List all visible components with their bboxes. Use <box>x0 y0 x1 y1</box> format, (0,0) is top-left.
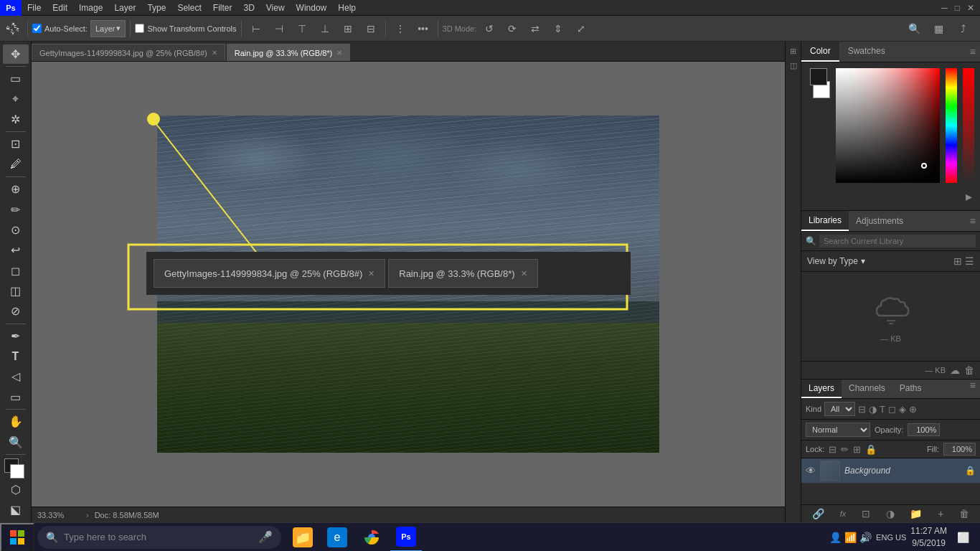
color-cursor[interactable] <box>921 163 927 169</box>
fill-input[interactable] <box>943 443 976 456</box>
3d-slide-btn[interactable]: ⇕ <box>548 19 568 39</box>
color-menu-btn[interactable]: ≡ <box>970 46 976 57</box>
3d-drag-btn[interactable]: ⇄ <box>525 19 545 39</box>
3d-rotate-btn[interactable]: ↺ <box>479 19 499 39</box>
layer-mask-btn[interactable]: ⊡ <box>862 508 870 519</box>
hand-tool[interactable]: ✋ <box>3 412 29 431</box>
view-by-type-btn[interactable]: View by Type ▾ <box>807 256 865 266</box>
more-options-btn[interactable]: ••• <box>413 19 433 39</box>
lock-all-btn[interactable]: 🔒 <box>865 444 877 455</box>
tab-layers[interactable]: Layers <box>801 380 842 398</box>
lib-menu-btn[interactable]: ≡ <box>970 215 976 227</box>
menu-3d[interactable]: 3D <box>237 0 260 16</box>
lock-pixels-btn[interactable]: ⊟ <box>829 444 837 455</box>
kind-smartobj-btn[interactable]: ◈ <box>899 404 906 415</box>
notification-btn[interactable]: ⬜ <box>951 526 974 549</box>
maximize-btn[interactable]: □ <box>952 3 963 13</box>
menu-layer[interactable]: Layer <box>108 0 141 16</box>
color-expand-btn[interactable]: ▸ <box>966 189 972 204</box>
tab-swatches[interactable]: Swatches <box>839 42 894 62</box>
align-center-h-btn[interactable]: ⊣ <box>269 19 289 39</box>
menu-help[interactable]: Help <box>332 0 362 16</box>
layer-visibility-eye[interactable]: 👁 <box>806 465 816 476</box>
layer-add-btn[interactable]: + <box>938 508 943 519</box>
kind-text-btn[interactable]: T <box>880 404 885 415</box>
tab-adjustments[interactable]: Adjustments <box>849 212 910 230</box>
layer-dropdown[interactable]: Layer ▾ <box>90 20 126 37</box>
taskbar-app-chrome[interactable] <box>356 523 387 552</box>
magic-wand-tool[interactable]: ✲ <box>3 110 29 129</box>
tab-channels[interactable]: Channels <box>842 380 892 398</box>
move-tool[interactable]: ✥ <box>3 44 29 64</box>
lib-list-view-btn[interactable]: ☰ <box>965 255 974 267</box>
taskbar-search[interactable]: 🔍 🎤 <box>37 526 281 549</box>
zoomed-tab-rain[interactable]: Rain.jpg @ 33.3% (RGB/8*) ✕ <box>388 259 537 288</box>
lock-position-btn[interactable]: ✏ <box>841 444 849 455</box>
status-arrow[interactable]: › <box>86 511 89 519</box>
kind-select[interactable]: All <box>824 402 855 416</box>
distribute-btn[interactable]: ⋮ <box>390 19 410 39</box>
search-btn[interactable]: 🔍 <box>904 19 924 39</box>
menu-image[interactable]: Image <box>73 0 108 16</box>
tab-color[interactable]: Color <box>801 42 839 62</box>
doc-tab-getty[interactable]: GettyImages-1149999834.jpg @ 25% (RGB/8#… <box>32 44 225 61</box>
align-center-v-btn[interactable]: ⊞ <box>338 19 358 39</box>
adjust-btn[interactable]: ◫ <box>787 59 800 72</box>
layer-adjustment-btn[interactable]: ◑ <box>886 508 895 519</box>
kind-adjust-btn[interactable]: ◑ <box>869 404 877 415</box>
search-input[interactable] <box>64 532 253 542</box>
taskbar-app-photoshop[interactable]: Ps <box>390 523 422 552</box>
close-btn[interactable]: ✕ <box>964 3 977 13</box>
screen-mode-btn[interactable]: ⬕ <box>3 500 29 519</box>
move-tool-btn[interactable] <box>3 19 23 39</box>
path-select-tool[interactable]: ◁ <box>3 367 29 386</box>
3d-roll-btn[interactable]: ⟳ <box>502 19 522 39</box>
align-left-btn[interactable]: ⊢ <box>246 19 266 39</box>
layers-menu-btn[interactable]: ≡ <box>970 380 976 391</box>
tab-paths[interactable]: Paths <box>892 380 929 398</box>
kind-shape-btn[interactable]: ◻ <box>888 404 896 415</box>
lib-grid-view-btn[interactable]: ⊞ <box>953 255 962 267</box>
layer-folder-btn[interactable]: 📁 <box>910 508 922 519</box>
taskbar-app-fileexplorer[interactable]: 📁 <box>287 523 319 552</box>
lasso-tool[interactable]: ⌖ <box>3 90 29 109</box>
kind-extra-btn[interactable]: ⊕ <box>909 404 917 415</box>
tab-libraries[interactable]: Libraries <box>801 211 849 231</box>
doc-tab-getty-close[interactable]: ✕ <box>212 49 217 57</box>
dodge-tool[interactable]: ⊘ <box>3 301 29 321</box>
menu-window[interactable]: Window <box>291 0 333 16</box>
people-icon[interactable]: 👤 <box>829 532 842 543</box>
history-brush-tool[interactable]: ↩ <box>3 240 29 260</box>
text-tool[interactable]: T <box>3 347 29 366</box>
canvas-viewport[interactable]: GettyImages-1149999834.jpg @ 25% (RGB/8#… <box>32 62 785 507</box>
layer-fx-btn[interactable]: fx <box>840 509 847 518</box>
3d-scale-btn[interactable]: ⤢ <box>571 19 591 39</box>
heal-tool[interactable]: ⊕ <box>3 179 29 199</box>
doc-tab-rain[interactable]: Rain.jpg @ 33.3% (RGB/8*) ✕ <box>227 44 351 61</box>
minimize-btn[interactable]: ─ <box>938 3 951 13</box>
clone-tool[interactable]: ⊙ <box>3 220 29 240</box>
layer-row-background[interactable]: 👁 Background 🔒 <box>801 458 980 484</box>
quick-mask-btn[interactable]: ⬡ <box>3 479 29 499</box>
taskbar-app-edge[interactable]: e <box>321 523 353 552</box>
doc-tab-rain-close[interactable]: ✕ <box>336 49 342 57</box>
menu-edit[interactable]: Edit <box>47 0 73 16</box>
start-button[interactable] <box>0 523 34 552</box>
layer-link-btn[interactable]: 🔗 <box>812 508 824 519</box>
volume-icon[interactable]: 🔊 <box>859 532 872 543</box>
show-transform-label[interactable]: Show Transform Controls <box>135 24 236 33</box>
blend-mode-select[interactable]: Normal <box>806 423 870 437</box>
color-gradient-area[interactable] <box>836 68 940 183</box>
marquee-tool[interactable]: ▭ <box>3 69 29 88</box>
lib-search-input[interactable] <box>819 235 976 248</box>
eyedropper-tool[interactable]: 🖉 <box>3 155 29 174</box>
show-transform-checkbox[interactable] <box>135 24 144 33</box>
zoomed-tab-rain-close[interactable]: ✕ <box>521 269 527 278</box>
menu-file[interactable]: File <box>22 0 47 16</box>
shape-tool[interactable]: ▭ <box>3 387 29 407</box>
microphone-icon[interactable]: 🎤 <box>258 530 273 544</box>
layer-delete-btn[interactable]: 🗑 <box>959 508 969 519</box>
menu-view[interactable]: View <box>260 0 291 16</box>
zoom-tool[interactable]: 🔍 <box>3 432 29 451</box>
brush-tool[interactable]: ✏ <box>3 199 29 219</box>
